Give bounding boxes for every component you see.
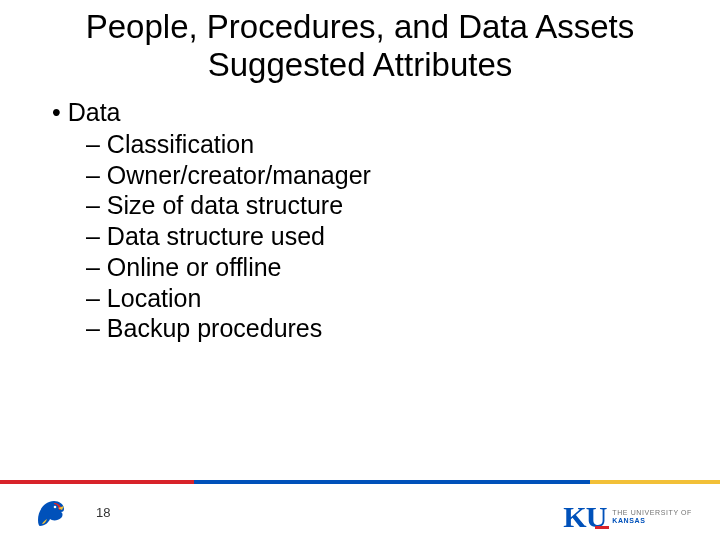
sub-item: Classification — [86, 129, 680, 160]
sub-item: Location — [86, 283, 680, 314]
sub-item: Backup procedures — [86, 313, 680, 344]
bullet-list-level2: Classification Owner/creator/manager Siz… — [52, 129, 680, 344]
divider-yellow — [590, 480, 720, 484]
sub-item: Data structure used — [86, 221, 680, 252]
svg-point-0 — [54, 506, 57, 509]
sub-item: Online or offline — [86, 252, 680, 283]
ku-logo: KU THE UNIVERSITY OF KANSAS — [563, 502, 692, 532]
divider-blue — [194, 480, 590, 484]
ku-wordmark: KU — [563, 502, 606, 532]
title-line-2: Suggested Attributes — [208, 46, 513, 83]
ku-tagline-2: KANSAS — [612, 517, 692, 525]
ku-tagline-1: THE UNIVERSITY OF — [612, 509, 692, 517]
sub-item: Owner/creator/manager — [86, 160, 680, 191]
bullet-list-level1: Data Classification Owner/creator/manage… — [52, 98, 680, 350]
footer-divider — [0, 480, 720, 484]
divider-red — [0, 480, 194, 484]
ku-logo-text: THE UNIVERSITY OF KANSAS — [612, 509, 692, 525]
bullet-data-label: Data — [68, 98, 121, 126]
page-number: 18 — [96, 505, 110, 520]
slide-content: Data Classification Owner/creator/manage… — [0, 84, 720, 350]
bullet-data: Data Classification Owner/creator/manage… — [52, 98, 680, 344]
sub-item: Size of data structure — [86, 190, 680, 221]
slide-footer: 18 KU THE UNIVERSITY OF KANSAS — [0, 480, 720, 540]
jayhawk-icon — [32, 494, 68, 530]
slide: People, Procedures, and Data Assets Sugg… — [0, 0, 720, 540]
slide-title: People, Procedures, and Data Assets Sugg… — [0, 0, 720, 84]
title-line-1: People, Procedures, and Data Assets — [86, 8, 635, 45]
